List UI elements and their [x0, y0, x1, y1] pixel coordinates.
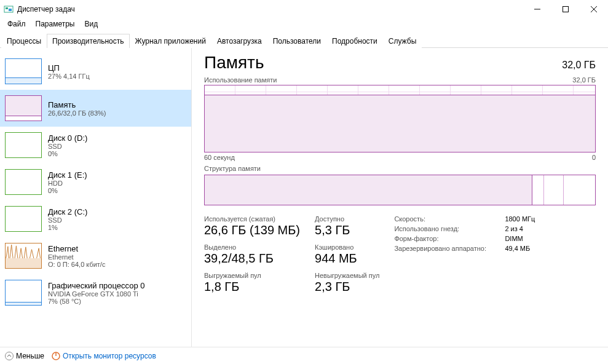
capacity-label: 32,0 ГБ: [562, 60, 596, 71]
sidebar-item-disk1[interactable]: Диск 1 (E:) HDD 0%: [0, 164, 191, 200]
composition-label: Структура памяти: [204, 165, 261, 172]
sidebar-disk0-sub1: SSD: [48, 143, 87, 150]
minimize-button[interactable]: [523, 0, 551, 18]
titlebar: Диспетчер задач: [0, 0, 608, 18]
usage-graph: [204, 85, 596, 152]
tab-processes[interactable]: Процессы: [1, 34, 47, 48]
fewer-label: Меньше: [16, 352, 44, 360]
cached-value: 944 МБ: [315, 251, 379, 266]
chevron-up-icon: [5, 352, 14, 360]
hw-key: Зарезервировано аппаратно:: [394, 245, 505, 252]
sidebar-item-cpu[interactable]: ЦП 27% 4,14 ГГц: [0, 53, 191, 90]
paged-label: Выгружаемый пул: [204, 272, 300, 279]
tab-users[interactable]: Пользователи: [267, 34, 326, 48]
open-resource-monitor-link[interactable]: Открыть монитор ресурсов: [52, 352, 156, 360]
sidebar: ЦП 27% 4,14 ГГц Память 26,6/32,0 ГБ (83%…: [0, 48, 192, 347]
sidebar-disk0-name: Диск 0 (D:): [48, 133, 87, 143]
inuse-label: Используется (сжатая): [204, 215, 300, 223]
sidebar-disk2-sub2: 1%: [48, 224, 87, 231]
committed-value: 39,2/48,5 ГБ: [204, 251, 300, 266]
sidebar-cpu-sub: 27% 4,14 ГГц: [48, 73, 90, 80]
sidebar-eth-name: Ethernet: [48, 244, 105, 253]
sidebar-disk1-sub2: 0%: [48, 187, 87, 194]
cached-label: Кэшировано: [315, 243, 379, 251]
sidebar-item-ethernet[interactable]: Ethernet Ethernet О: 0 П: 64,0 кбит/с: [0, 237, 191, 274]
sidebar-gpu-sub1: NVIDIA GeForce GTX 1080 Ti: [48, 290, 145, 298]
sidebar-gpu-name: Графический процессор 0: [48, 281, 145, 290]
sidebar-item-disk2[interactable]: Диск 2 (C:) SSD 1%: [0, 200, 191, 237]
sidebar-mem-name: Память: [48, 100, 106, 109]
footer: Меньше Открыть монитор ресурсов: [0, 347, 608, 364]
gpu-thumbnail: [5, 280, 42, 306]
avail-value: 5,3 ГБ: [315, 223, 379, 237]
disk0-thumbnail: [5, 132, 42, 158]
sidebar-gpu-sub2: 7% (58 °C): [48, 298, 145, 305]
tab-startup[interactable]: Автозагрузка: [211, 34, 267, 48]
fewer-details-toggle[interactable]: Меньше: [5, 352, 44, 360]
usage-graph-max: 32,0 ГБ: [572, 76, 596, 84]
form-value: DIMM: [505, 235, 523, 242]
nonpaged-value: 2,3 ГБ: [315, 280, 379, 294]
hw-value: 49,4 МБ: [505, 245, 530, 252]
sidebar-item-disk0[interactable]: Диск 0 (D:) SSD 0%: [0, 127, 191, 164]
slots-key: Использовано гнезд:: [394, 225, 505, 232]
inuse-value: 26,6 ГБ (139 МБ): [204, 223, 300, 237]
sidebar-disk0-sub2: 0%: [48, 150, 87, 157]
window-title: Диспетчер задач: [17, 5, 523, 14]
main-panel: Память 32,0 ГБ Использование памяти 32,0…: [192, 48, 608, 347]
tabs: Процессы Производительность Журнал прило…: [0, 33, 608, 48]
tab-services[interactable]: Службы: [383, 34, 422, 48]
sidebar-mem-sub: 26,6/32,0 ГБ (83%): [48, 109, 106, 117]
cpu-thumbnail: [5, 58, 42, 84]
close-button[interactable]: [580, 0, 608, 18]
avail-label: Доступно: [315, 215, 379, 223]
ethernet-thumbnail: [5, 243, 42, 269]
axis-right: 0: [592, 154, 596, 161]
maximize-button[interactable]: [551, 0, 580, 18]
sidebar-disk1-name: Диск 1 (E:): [48, 170, 87, 180]
tab-performance[interactable]: Производительность: [47, 34, 129, 48]
resource-monitor-icon: [52, 352, 60, 360]
sidebar-eth-sub1: Ethernet: [48, 253, 105, 261]
menu-options[interactable]: Параметры: [31, 18, 80, 31]
speed-key: Скорость:: [394, 215, 505, 223]
tab-details[interactable]: Подробности: [326, 34, 383, 48]
composition-graph: [204, 175, 596, 205]
slots-value: 2 из 4: [505, 225, 523, 232]
tab-app-history[interactable]: Журнал приложений: [130, 34, 211, 48]
svg-rect-2: [9, 9, 12, 11]
menu-view[interactable]: Вид: [79, 18, 103, 31]
sidebar-item-memory[interactable]: Память 26,6/32,0 ГБ (83%): [0, 90, 191, 127]
page-title: Память: [204, 53, 264, 73]
usage-graph-label: Использование памяти: [204, 76, 277, 84]
svg-rect-4: [563, 7, 569, 12]
sidebar-eth-sub2: О: 0 П: 64,0 кбит/с: [48, 261, 105, 268]
disk1-thumbnail: [5, 169, 42, 195]
form-key: Форм-фактор:: [394, 235, 505, 242]
sidebar-item-gpu[interactable]: Графический процессор 0 NVIDIA GeForce G…: [0, 274, 191, 311]
sidebar-cpu-name: ЦП: [48, 63, 90, 73]
resmon-label: Открыть монитор ресурсов: [63, 352, 156, 360]
sidebar-disk2-name: Диск 2 (C:): [48, 207, 87, 216]
nonpaged-label: Невыгружаемый пул: [315, 272, 379, 279]
sidebar-disk2-sub1: SSD: [48, 216, 87, 224]
speed-value: 1800 МГц: [505, 215, 535, 223]
sidebar-disk1-sub1: HDD: [48, 180, 87, 187]
app-icon: [4, 4, 14, 14]
axis-left: 60 секунд: [204, 154, 235, 161]
svg-rect-1: [6, 7, 8, 9]
memory-thumbnail: [5, 95, 42, 121]
paged-value: 1,8 ГБ: [204, 280, 300, 294]
menu-file[interactable]: Файл: [2, 18, 31, 31]
menubar: Файл Параметры Вид: [0, 18, 608, 31]
committed-label: Выделено: [204, 243, 300, 251]
disk2-thumbnail: [5, 206, 42, 232]
